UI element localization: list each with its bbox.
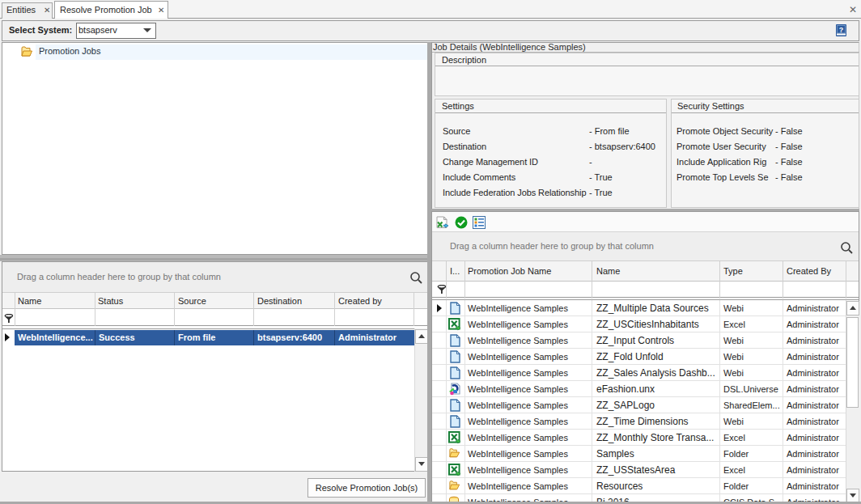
svg-text:?: ?	[839, 26, 844, 34]
